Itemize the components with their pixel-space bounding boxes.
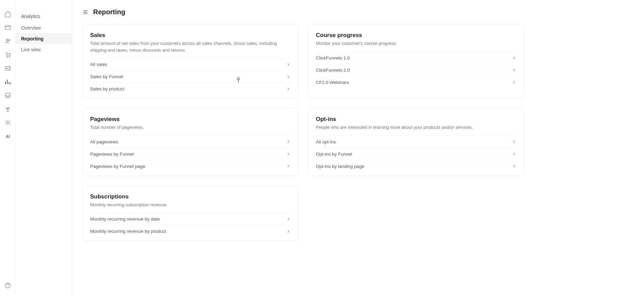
- row-mrr-by-product[interactable]: Monthly recurring revenue by product: [90, 225, 291, 237]
- row-label: Opt-ins by Funnel: [316, 152, 352, 157]
- row-label: Monthly recurring revenue by date: [90, 216, 160, 222]
- card-desc: People who are interested in learning mo…: [316, 124, 516, 131]
- card-desc: Total amount of net sales from your cust…: [90, 40, 291, 53]
- chevron-right-icon: [286, 217, 291, 222]
- chevron-right-icon: [286, 62, 291, 67]
- help-icon[interactable]: [4, 282, 12, 289]
- gear-icon[interactable]: [4, 119, 12, 126]
- chevron-right-icon: [286, 87, 291, 91]
- card-desc: Monitor your customer's course progress.: [316, 40, 516, 47]
- card-title: Pageviews: [90, 116, 291, 123]
- row-pageviews-by-funnel[interactable]: Pageviews by Funnel: [90, 148, 291, 160]
- row-label: ClickFunnels 2.0: [316, 68, 350, 73]
- row-label: All pageviews: [90, 139, 118, 144]
- row-sales-by-product[interactable]: Sales by product: [90, 83, 291, 95]
- card-title: Opt-ins: [316, 116, 516, 123]
- row-all-optins[interactable]: All opt-ins: [316, 136, 516, 148]
- row-pageviews-by-funnel-page[interactable]: Pageviews by Funnel page: [90, 160, 291, 172]
- card-subscriptions: Subscriptions Monthly recurring subscrip…: [82, 186, 299, 241]
- svg-rect-0: [5, 25, 10, 30]
- row-label: Sales by Funnel: [90, 74, 123, 79]
- card-pageviews: Pageviews Total number of pageviews. All…: [82, 108, 299, 176]
- id-card-icon[interactable]: [4, 65, 12, 72]
- row-label: All sales: [90, 62, 107, 67]
- card-title: Course progress: [316, 32, 516, 39]
- row-label: Monthly recurring revenue by product: [90, 229, 166, 234]
- chevron-right-icon: [512, 80, 516, 85]
- chevron-right-icon: [512, 55, 516, 60]
- row-optins-by-landing-page[interactable]: Opt-ins by landing page: [316, 160, 516, 172]
- home-icon[interactable]: [4, 10, 12, 18]
- row-label: CF2.0 Webinars: [316, 80, 349, 85]
- people-icon[interactable]: [4, 37, 12, 45]
- sidebar-item-overview[interactable]: Overview: [16, 22, 72, 33]
- row-label: Opt-ins by landing page: [316, 164, 365, 169]
- svg-point-4: [9, 57, 10, 57]
- card-sales: Sales Total amount of net sales from you…: [82, 24, 299, 99]
- svg-point-6: [6, 68, 7, 69]
- chevron-right-icon: [512, 139, 516, 144]
- row-label: Sales by product: [90, 86, 124, 91]
- card-optins: Opt-ins People who are interested in lea…: [308, 108, 524, 176]
- svg-point-2: [8, 39, 10, 41]
- chevron-right-icon: [512, 68, 516, 72]
- row-all-pageviews[interactable]: All pageviews: [90, 136, 291, 148]
- row-label: All opt-ins: [316, 139, 336, 144]
- svg-point-1: [6, 39, 8, 41]
- row-clickfunnels-2[interactable]: ClickFunnels 2.0: [316, 64, 516, 76]
- chevron-right-icon: [286, 74, 291, 79]
- row-label: Pageviews by Funnel page: [90, 164, 145, 169]
- row-sales-by-funnel[interactable]: Sales by Funnel: [90, 70, 291, 83]
- sidebar-item-liveview[interactable]: Live view: [16, 44, 72, 55]
- card-title: Sales: [90, 32, 291, 39]
- svg-point-3: [7, 57, 7, 57]
- row-cf2-webinars[interactable]: CF2.0 Webinars: [316, 76, 516, 88]
- sidebar-title: Analytics: [16, 10, 72, 22]
- row-all-sales[interactable]: All sales: [90, 58, 291, 70]
- chevron-right-icon: [512, 164, 516, 169]
- chevron-right-icon: [286, 139, 291, 144]
- main-content: Reporting Sales Total amount of net sale…: [72, 0, 644, 296]
- analytics-icon[interactable]: [4, 78, 12, 86]
- chevron-right-icon: [286, 229, 291, 234]
- row-optins-by-funnel[interactable]: Opt-ins by Funnel: [316, 148, 516, 160]
- icon-rail: AI: [0, 0, 16, 296]
- ai-icon[interactable]: AI: [4, 133, 12, 140]
- svg-point-7: [7, 122, 9, 124]
- page-header: Reporting: [82, 8, 634, 16]
- hamburger-icon[interactable]: [82, 9, 88, 15]
- chevron-right-icon: [286, 152, 291, 156]
- chevron-right-icon: [286, 164, 291, 169]
- sidebar: Analytics Overview Reporting Live view: [16, 0, 72, 296]
- row-mrr-by-date[interactable]: Monthly recurring revenue by date: [90, 213, 291, 225]
- card-desc: Monthly recurring subscription revenue.: [90, 202, 291, 208]
- chevron-right-icon: [512, 152, 516, 156]
- row-clickfunnels-1[interactable]: ClickFunnels 1.0: [316, 52, 516, 64]
- inbox-icon[interactable]: [4, 92, 12, 99]
- plant-icon[interactable]: [4, 105, 12, 113]
- cart-icon[interactable]: [4, 51, 12, 58]
- window-icon[interactable]: [4, 24, 12, 31]
- card-desc: Total number of pageviews.: [90, 124, 291, 131]
- card-title: Subscriptions: [90, 193, 291, 200]
- page-title: Reporting: [93, 8, 125, 16]
- svg-rect-5: [5, 66, 10, 70]
- row-label: Pageviews by Funnel: [90, 152, 134, 157]
- sidebar-item-reporting[interactable]: Reporting: [16, 33, 72, 44]
- card-course-progress: Course progress Monitor your customer's …: [308, 24, 524, 99]
- row-label: ClickFunnels 1.0: [316, 55, 350, 60]
